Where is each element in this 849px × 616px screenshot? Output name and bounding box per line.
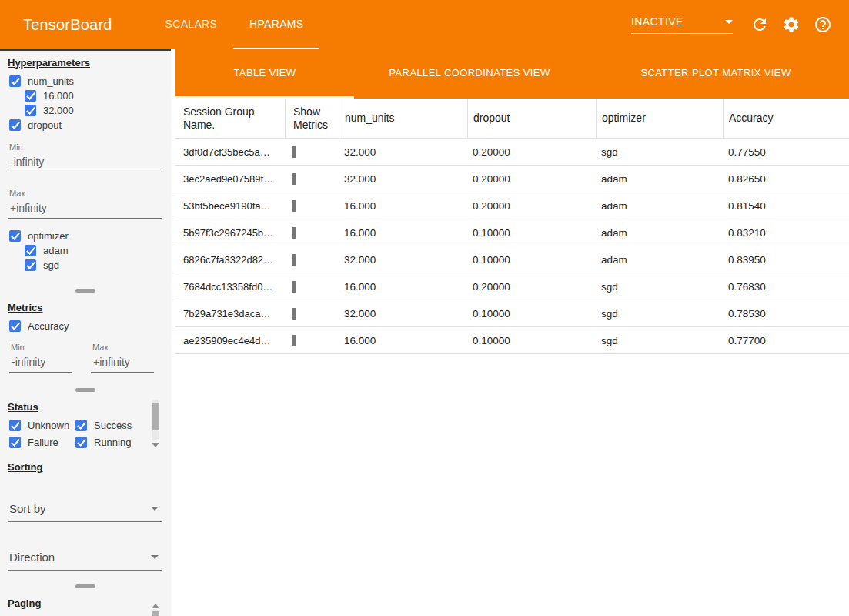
hparam-value-row: sgd [0,258,171,273]
sort-by-value: Sort by [9,502,46,515]
show-metrics-checkbox[interactable] [292,335,296,346]
paging-section: Paging Number of matching session groups… [0,598,171,616]
status-running-checkbox[interactable] [75,437,87,448]
status-unknown-checkbox[interactable] [9,420,21,431]
status-running-label: Running [94,437,131,448]
metric-min-label: Min [11,343,72,352]
status-success-checkbox[interactable] [75,420,87,431]
paging-scrollbar[interactable] [152,610,159,616]
hparam-value-row: 16.000 [0,89,171,103]
num-units-checkbox[interactable] [9,75,21,87]
metric-min-input[interactable] [9,353,72,373]
num-units-value: 32.000 [339,173,467,185]
dropout-value: 0.20000 [467,200,596,212]
num-units-32-label: 32.000 [43,105,74,116]
tab-parallel-coordinates-view[interactable]: PARALLEL COORDINATES VIEW [354,49,585,99]
column-header-dropout[interactable]: dropout [467,99,596,138]
accuracy-label: Accuracy [28,320,69,332]
show-metrics-checkbox[interactable] [292,254,296,266]
settings-button[interactable] [782,15,801,34]
run-status-select[interactable]: INACTIVE [631,15,733,34]
optimizer-sgd-checkbox[interactable] [25,259,36,271]
section-resize-handle[interactable] [75,584,95,588]
session-group-name: 3df0d7cf35bec5a… [175,146,285,158]
top-nav-tabs: SCALARS HPARAMS [149,0,320,49]
optimizer-value: adam [596,227,723,239]
column-header-session-group-name[interactable]: Session Group Name. [175,99,285,138]
optimizer-adam-checkbox[interactable] [25,245,36,256]
app-title: TensorBoard [23,16,112,34]
scrollbar-thumb[interactable] [152,611,159,616]
num-units-value: 16.000 [339,200,467,212]
status-failure-label: Failure [28,437,58,448]
hparam-dropout-row: dropout [0,118,171,132]
accuracy-value: 0.82650 [723,173,849,185]
help-icon [814,15,832,34]
dropout-value: 0.20000 [467,173,596,185]
accuracy-checkbox[interactable] [9,320,21,332]
column-header-optimizer[interactable]: optimizer [596,99,723,138]
section-divider [0,385,171,395]
status-heading: Status [8,401,171,413]
direction-select[interactable]: Direction [8,545,162,571]
gear-icon [782,15,801,34]
tab-scalars[interactable]: SCALARS [149,0,233,49]
metric-minmax-fields: Min Max [9,333,171,373]
dropout-value: 0.10000 [467,254,596,266]
optimizer-checkbox[interactable] [9,230,21,242]
column-header-accuracy[interactable]: Accuracy [723,99,849,138]
status-scrollbar[interactable] [152,400,159,440]
help-button[interactable] [814,15,832,34]
tab-table-view[interactable]: TABLE VIEW [175,49,354,99]
scrollbar-thumb[interactable] [152,403,159,430]
top-bar: TensorBoard SCALARS HPARAMS INACTIVE [0,0,849,49]
optimizer-value: sgd [596,308,723,320]
dropout-value: 0.20000 [467,146,596,158]
hparam-value-row: 32.000 [0,103,171,118]
optimizer-value: adam [596,254,723,266]
hparam-optimizer-row: optimizer [0,229,171,243]
dropout-min-input[interactable] [8,152,162,172]
dropout-max-input[interactable] [8,199,162,219]
tab-scatter-plot-matrix-view[interactable]: SCATTER PLOT MATRIX VIEW [585,49,847,99]
hparams-sidebar: Hyperparameters num_units 16.000 32.000 … [0,49,171,616]
table-row: 5b97f3c2967245b… 16.000 0.10000 adam 0.8… [175,219,849,246]
session-groups-table: Session Group Name. Show Metrics num_uni… [175,99,849,354]
scroll-down-icon[interactable] [152,443,159,447]
refresh-button[interactable] [750,15,769,34]
show-metrics-checkbox[interactable] [292,308,296,320]
show-metrics-checkbox[interactable] [292,281,296,293]
tab-hparams[interactable]: HPARAMS [233,0,319,49]
show-metrics-checkbox[interactable] [292,173,296,185]
show-metrics-checkbox[interactable] [292,227,296,239]
dropout-checkbox[interactable] [9,119,21,131]
table-row: 53bf5bece9190fa… 16.000 0.20000 adam 0.8… [175,192,849,219]
view-tabs: TABLE VIEW PARALLEL COORDINATES VIEW SCA… [175,49,849,99]
column-header-num-units[interactable]: num_units [339,99,467,138]
sort-by-select[interactable]: Sort by [8,497,162,522]
metric-max-label: Max [92,343,154,352]
table-row: 7684dcc13358fd0… 16.000 0.20000 sgd 0.76… [175,273,849,300]
refresh-icon [750,15,769,34]
dropout-value: 0.10000 [467,335,596,346]
session-group-name: 7b29a731e3daca… [175,308,285,320]
topbar-controls: INACTIVE [631,15,832,34]
dropout-max-label: Max [9,189,171,198]
metric-max-input[interactable] [91,353,154,373]
scroll-up-icon[interactable] [152,604,159,608]
dropout-min-label: Min [9,142,171,152]
num-units-16-checkbox[interactable] [25,90,36,102]
status-unknown-label: Unknown [28,420,69,431]
show-metrics-checkbox[interactable] [292,146,296,158]
column-header-show-metrics[interactable]: Show Metrics [285,99,339,138]
section-resize-handle[interactable] [75,289,95,293]
show-metrics-checkbox[interactable] [292,200,296,212]
chevron-down-icon [151,555,159,559]
session-group-name: 6826c7fa3322d82… [175,254,285,266]
hyperparameters-section: Hyperparameters num_units 16.000 32.000 … [0,57,171,296]
accuracy-value: 0.83210 [723,227,849,239]
section-resize-handle[interactable] [75,388,95,392]
num-units-32-checkbox[interactable] [25,105,36,116]
status-failure-checkbox[interactable] [9,437,21,448]
accuracy-value: 0.78530 [723,308,849,320]
